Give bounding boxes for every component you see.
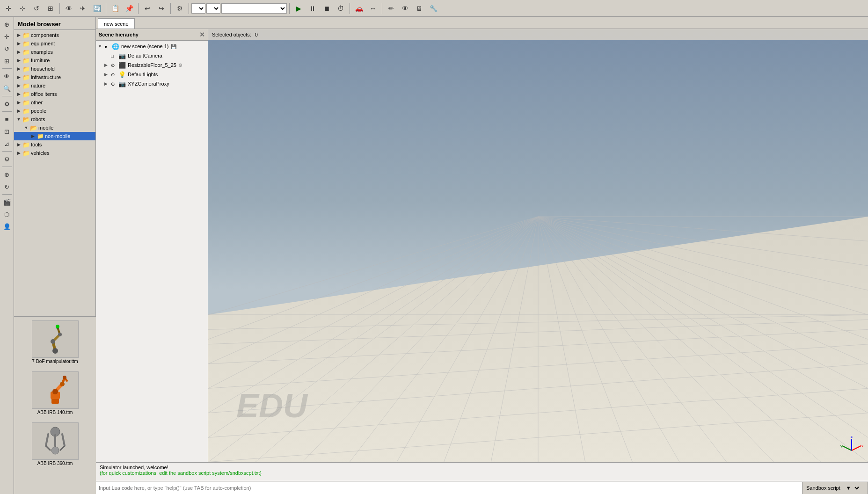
cam-orbit-btn[interactable]: 🔄 — [90, 2, 103, 15]
redo-btn[interactable]: ↪ — [155, 2, 168, 15]
h-item-lights[interactable]: ▶ ⊙ 💡 DefaultLights — [96, 70, 208, 79]
tree-item-examples[interactable]: ▶ 📁 examples — [14, 48, 95, 56]
tree-item-vehicles[interactable]: ▶ 📁 vehicles — [14, 149, 95, 157]
tree-item-other[interactable]: ▶ 📁 other — [14, 98, 95, 107]
h-check-floor: ⊙ — [111, 63, 117, 68]
tree-item-robots[interactable]: ▼ 📂 robots — [14, 115, 95, 124]
toggle-tools[interactable]: ▶ — [16, 142, 22, 147]
settings-btn[interactable]: ⚙ — [173, 2, 186, 15]
console-input-field[interactable] — [96, 482, 802, 494]
tree-item-infrastructure[interactable]: ▶ 📁 infrastructure — [14, 73, 95, 81]
label-non-mobile: non-mobile — [45, 133, 70, 139]
move-icon-btn[interactable]: ✛ — [1, 31, 13, 42]
svg-point-23 — [51, 447, 59, 454]
tree-item-household[interactable]: ▶ 📁 household — [14, 65, 95, 73]
folder-icon-components: 📁 — [22, 32, 30, 38]
object-translate-btn[interactable]: ⊹ — [16, 2, 29, 15]
dt-dropdown[interactable]: dt=50 ms (default) — [221, 3, 287, 14]
h-item-floor[interactable]: ▶ ⊙ ⬛ ResizableFloor_5_25 ⚙ — [96, 60, 208, 70]
move2-icon-btn[interactable]: ⊕ — [1, 169, 13, 180]
cam-fly-btn[interactable]: ✈ — [76, 2, 89, 15]
scene-tab-new[interactable]: new scene — [98, 18, 135, 29]
toggle-nature[interactable]: ▶ — [16, 83, 22, 88]
sandbox-script-dropdown[interactable]: ▼ — [842, 483, 861, 493]
toggle-vehicles[interactable]: ▶ — [16, 150, 22, 156]
toggle-equipment[interactable]: ▶ — [16, 41, 22, 46]
console-hint-msg: (for quick customizations, edit the sand… — [100, 470, 864, 476]
view-icon-btn[interactable]: 👁 — [1, 71, 13, 82]
paste-btn[interactable]: 📌 — [123, 2, 136, 15]
h-expand-floor[interactable]: ▶ — [104, 63, 111, 67]
tree-item-components[interactable]: ▶ 📁 components — [14, 31, 95, 39]
toggle-non-mobile[interactable]: ▶ — [30, 133, 36, 139]
tree-item-mobile[interactable]: ▼ 📂 mobile — [14, 124, 95, 132]
h-expand-scene[interactable]: ▼ — [98, 44, 104, 49]
tree-item-tools[interactable]: ▶ 📁 tools — [14, 140, 95, 149]
tree-item-nature[interactable]: ▶ 📁 nature — [14, 81, 95, 90]
tree-item-office-items[interactable]: ▶ 📁 office items — [14, 90, 95, 98]
label-examples: examples — [31, 49, 53, 55]
toggle-components[interactable]: ▶ — [16, 32, 22, 38]
layer-icon-btn[interactable]: ⊡ — [1, 126, 13, 137]
toggle-people[interactable]: ▶ — [16, 108, 22, 114]
viewport-3d[interactable]: Selected objects: 0 — [208, 29, 868, 462]
toggle-office-items[interactable]: ▶ — [16, 91, 22, 97]
preview-7dof[interactable]: 7 DoF manipulator.ttm — [16, 319, 94, 366]
object-rotate-btn[interactable]: ↺ — [30, 2, 43, 15]
svg-point-7 — [56, 325, 59, 328]
preview-abb140[interactable]: ABB IRB 140.ttm — [16, 370, 94, 417]
sep8 — [382, 3, 382, 14]
svg-text:z: z — [851, 435, 853, 439]
zoom-icon-btn[interactable]: 🔍 — [1, 83, 13, 94]
toggle-furniture[interactable]: ▶ — [16, 58, 22, 63]
toggle-examples[interactable]: ▶ — [16, 49, 22, 55]
wire-icon-btn[interactable]: ≡ — [1, 114, 13, 125]
screen-btn[interactable]: 🖥 — [413, 2, 426, 15]
tree-item-furniture[interactable]: ▶ 📁 furniture — [14, 56, 95, 65]
tool2-btn[interactable]: 🔧 — [427, 2, 440, 15]
toggle-robots[interactable]: ▼ — [16, 116, 22, 122]
view3-btn[interactable]: ↔ — [366, 2, 379, 15]
eye-btn[interactable]: 👁 — [399, 2, 412, 15]
mat-icon-btn[interactable]: ⬡ — [1, 209, 13, 220]
toggle-household[interactable]: ▶ — [16, 66, 22, 72]
select-icon-btn[interactable]: ⊕ — [1, 19, 13, 30]
toggle-mobile[interactable]: ▼ — [23, 125, 29, 131]
h-expand-proxy[interactable]: ▶ — [104, 81, 111, 86]
user-icon-btn[interactable]: 👤 — [1, 221, 13, 232]
play-btn[interactable]: ▶ — [292, 2, 305, 15]
preview-abb360[interactable]: ABB IRB 360.ttm — [16, 421, 94, 468]
h-item-scene[interactable]: ▼ ● 🌐 new scene (scene 1) 💾 — [96, 42, 208, 51]
copy-btn[interactable]: 📋 — [109, 2, 122, 15]
scene-icon-btn[interactable]: 🎬 — [1, 196, 13, 208]
realtime-btn[interactable]: 🚗 — [352, 2, 365, 15]
tree-item-people[interactable]: ▶ 📁 people — [14, 107, 95, 115]
step-btn[interactable]: ⏱ — [334, 2, 347, 15]
undo-btn[interactable]: ↩ — [141, 2, 154, 15]
svg-line-64 — [852, 446, 861, 450]
object-select-btn[interactable]: ✛ — [2, 2, 15, 15]
h-expand-lights[interactable]: ▶ — [104, 72, 111, 77]
scale-icon-btn[interactable]: ⊞ — [1, 55, 13, 66]
toggle-other[interactable]: ▶ — [16, 100, 22, 105]
rot2-icon-btn[interactable]: ↻ — [1, 181, 13, 192]
simulation-mode-dropdown[interactable]: Accurate (defau — [206, 3, 220, 14]
rotate-icon-btn[interactable]: ↺ — [1, 43, 13, 54]
view-nav-btn[interactable]: 👁 — [62, 2, 75, 15]
h-item-camera[interactable]: □ 📷 DefaultCamera — [96, 51, 208, 60]
object-scale-btn[interactable]: ⊞ — [44, 2, 57, 15]
filter-icon-btn[interactable]: ⚙ — [1, 98, 13, 109]
physics-engine-dropdown[interactable]: Bullet 2.78 — [191, 3, 205, 14]
sandbox-script-label: Sandbox script ▼ — [802, 482, 868, 494]
tree-item-non-mobile[interactable]: ▶ 📁 non-mobile — [14, 132, 95, 140]
tree-item-equipment[interactable]: ▶ 📁 equipment — [14, 39, 95, 48]
pause-btn[interactable]: ⏸ — [306, 2, 319, 15]
hierarchy-close-btn[interactable]: ✕ — [199, 31, 205, 38]
path-icon-btn[interactable]: ⊿ — [1, 138, 13, 149]
sep5 — [189, 3, 189, 14]
toggle-infrastructure[interactable]: ▶ — [16, 74, 22, 80]
stop-btn[interactable]: ⏹ — [320, 2, 333, 15]
pen-btn[interactable]: ✏ — [385, 2, 398, 15]
settings2-icon-btn[interactable]: ⚙ — [1, 153, 13, 165]
h-item-proxy[interactable]: ▶ ⊙ 📷 XYZCameraProxy — [96, 79, 208, 88]
